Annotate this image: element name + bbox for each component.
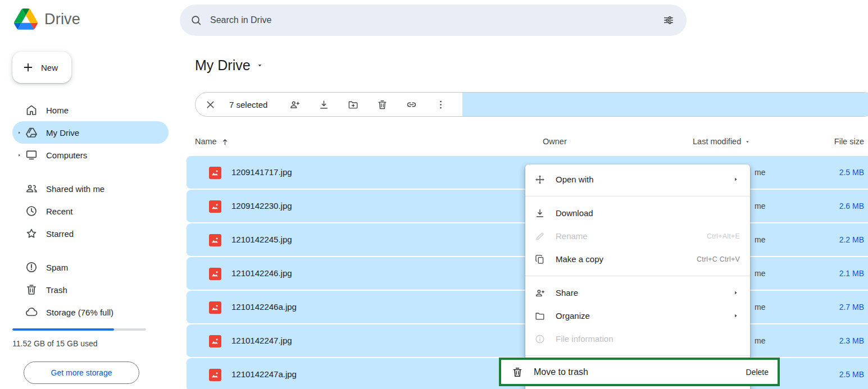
image-file-icon <box>209 335 221 347</box>
toolbar-highlight-strip <box>462 93 868 116</box>
menu-item-download[interactable]: Download <box>525 202 750 225</box>
file-size: 2.3 MB <box>839 324 864 357</box>
image-file-icon <box>209 301 221 314</box>
sidebar-item-starred[interactable]: Starred <box>12 222 169 245</box>
sidebar-item-label: Recent <box>46 207 73 216</box>
sidebar-item-recent[interactable]: Recent <box>12 200 169 222</box>
sidebar-item-spam[interactable]: Spam <box>12 256 169 278</box>
get-link-button[interactable] <box>400 93 422 116</box>
more-actions-button[interactable] <box>429 93 452 116</box>
menu-item-move-to-trash[interactable]: Move to trash Delete <box>499 358 780 386</box>
trash-icon <box>376 99 388 111</box>
sidebar-item-my-drive[interactable]: My Drive <box>12 121 169 144</box>
menu-item-organize[interactable]: Organize <box>525 304 750 327</box>
person-add-icon <box>534 287 546 299</box>
sidebar-nav: HomeMy DriveComputersShared with meRecen… <box>0 99 169 323</box>
column-header-owner[interactable]: Owner <box>543 135 567 148</box>
sidebar-item-trash[interactable]: Trash <box>12 278 169 301</box>
my-drive-title-button[interactable]: My Drive <box>195 57 263 74</box>
image-file-icon <box>209 234 221 246</box>
app-name: Drive <box>44 11 80 28</box>
search-bar[interactable] <box>180 4 687 36</box>
last-modified-by: me <box>755 291 765 323</box>
menu-divider <box>525 276 750 276</box>
menu-divider <box>525 196 750 196</box>
image-file-icon <box>209 369 221 381</box>
column-header-label: File size <box>834 137 864 146</box>
copy-icon <box>534 254 546 265</box>
move-button[interactable] <box>342 93 364 116</box>
nav-arrow-spacer <box>12 208 24 214</box>
search-input[interactable] <box>210 15 649 25</box>
storage-progress-fill <box>12 328 114 331</box>
nav-arrow-spacer <box>12 231 24 236</box>
folder-icon <box>534 310 546 322</box>
download-icon <box>534 208 546 219</box>
last-modified-by: me <box>755 324 765 357</box>
menu-item-make-a-copy[interactable]: Make a copyCtrl+C Ctrl+V <box>525 248 750 271</box>
file-size: 2.5 MB <box>839 156 864 189</box>
delete-button[interactable] <box>371 93 393 116</box>
sidebar-item-shared-with-me[interactable]: Shared with me <box>12 177 169 200</box>
tune-icon <box>662 14 675 26</box>
clear-selection-button[interactable] <box>199 93 221 116</box>
new-button[interactable]: New <box>12 52 71 83</box>
menu-item-open-with[interactable]: Open with <box>525 168 750 191</box>
menu-item-label: Move to trash <box>534 367 736 377</box>
nav-arrow-spacer <box>12 107 24 113</box>
share-button[interactable] <box>283 93 306 116</box>
menu-item-file-information: File information <box>525 327 750 350</box>
sidebar-item-label: Starred <box>46 229 74 239</box>
storage-progress-bar <box>12 328 146 331</box>
folder-move-icon <box>347 99 359 111</box>
spam-icon <box>25 260 38 274</box>
caret-down-icon <box>256 62 263 69</box>
rename-icon <box>534 231 546 242</box>
menu-item-label: Organize <box>556 311 721 321</box>
home-icon <box>25 103 38 117</box>
more-vert-icon <box>435 99 447 111</box>
plus-icon <box>22 61 34 74</box>
menu-item-label: Open with <box>556 175 721 184</box>
sidebar-item-label: Storage (76% full) <box>46 308 113 317</box>
trash-icon <box>25 283 38 296</box>
starred-icon <box>25 227 38 240</box>
sidebar-item-storage-76-full[interactable]: Storage (76% full) <box>12 301 169 323</box>
last-modified-by: me <box>755 190 765 222</box>
nav-arrow-spacer <box>12 186 24 191</box>
person-add-icon <box>289 99 301 111</box>
menu-item-label: Share <box>556 288 721 298</box>
column-header-last-modified[interactable]: Last modified <box>693 135 751 148</box>
info-icon <box>534 333 546 345</box>
sidebar-item-home[interactable]: Home <box>12 99 169 121</box>
expand-arrow-icon[interactable] <box>12 152 24 158</box>
expand-arrow-icon[interactable] <box>12 130 24 135</box>
column-header-name[interactable]: Name <box>195 135 230 148</box>
chevron-right-icon <box>731 289 740 297</box>
sidebar-item-computers[interactable]: Computers <box>12 144 169 166</box>
download-icon <box>318 99 330 111</box>
menu-item-share[interactable]: Share <box>525 281 750 304</box>
menu-item-label: Download <box>556 208 740 218</box>
file-name: 1210142246a.jpg <box>231 291 297 323</box>
app-brand: Drive <box>14 8 80 30</box>
sidebar-item-label: Trash <box>46 285 67 295</box>
image-file-icon <box>209 167 221 179</box>
sidebar-item-label: Computers <box>46 150 87 160</box>
image-file-icon <box>209 268 221 280</box>
column-header-label: Last modified <box>693 137 741 146</box>
download-button[interactable] <box>312 93 335 116</box>
selected-count: 7 selected <box>229 100 267 109</box>
menu-shortcut: Ctrl+Alt+E <box>707 232 740 240</box>
last-modified-by: me <box>755 223 765 256</box>
file-size: 2.6 MB <box>839 190 864 222</box>
get-more-storage-button[interactable]: Get more storage <box>24 361 139 384</box>
page-title: My Drive <box>195 57 251 74</box>
nav-arrow-spacer <box>12 287 24 292</box>
drive-icon <box>25 126 38 139</box>
search-options-button[interactable] <box>657 9 680 31</box>
menu-item-label: File information <box>556 334 740 344</box>
column-header-file-size[interactable]: File size <box>834 135 864 148</box>
file-name: 1210142245.jpg <box>231 223 292 256</box>
sidebar-item-label: Shared with me <box>46 184 104 194</box>
